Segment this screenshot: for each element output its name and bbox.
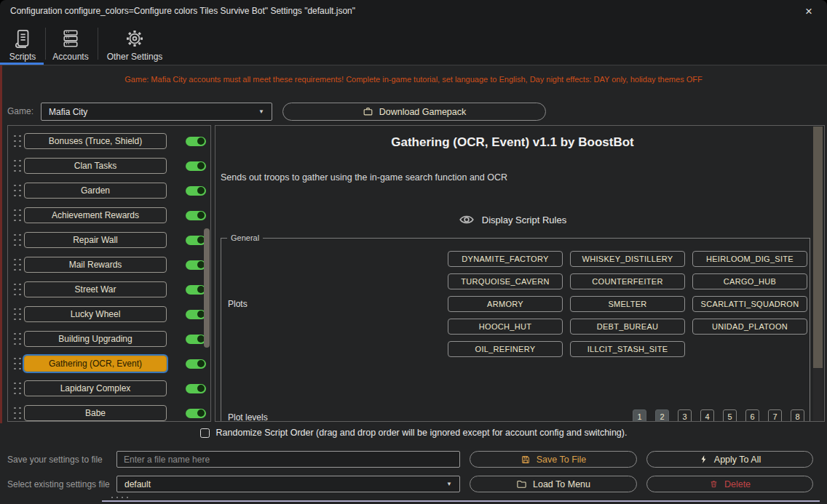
drag-handle-icon[interactable]	[14, 308, 21, 321]
drag-handle-icon[interactable]	[14, 284, 21, 296]
download-gamepack-button[interactable]: Download Gamepack	[282, 103, 546, 121]
chevron-down-icon: ▼	[446, 481, 452, 487]
plot-button[interactable]: SMELTER	[570, 296, 685, 312]
content-area: Game: Mafia City accounts must all meet …	[0, 65, 827, 504]
drag-handle-icon[interactable]	[14, 234, 21, 247]
apply-to-all-button[interactable]: Apply To All	[646, 451, 813, 468]
save-to-file-button[interactable]: Save To File	[470, 451, 637, 468]
script-toggle[interactable]	[186, 310, 206, 319]
script-button[interactable]: Gathering (OCR, Event)	[24, 356, 167, 372]
plot-button[interactable]: HEIRLOOM_DIG_SITE	[692, 251, 807, 267]
drag-handle-icon[interactable]	[14, 259, 21, 271]
script-toggle[interactable]	[186, 335, 206, 344]
drag-handle-icon[interactable]	[14, 185, 21, 197]
script-toggle[interactable]	[186, 260, 206, 270]
save-icon	[521, 455, 531, 465]
chevron-down-icon: ▼	[258, 108, 264, 115]
plot-button[interactable]: TURQUOISE_CAVERN	[448, 273, 563, 289]
script-list-panel: Bonuses (Truce, Shield) Clan Tasks Garde…	[7, 125, 211, 422]
script-toggle[interactable]	[186, 359, 206, 369]
left-edge-strip	[0, 65, 2, 423]
plot-levels-label: Plot levels	[228, 412, 268, 422]
plot-level-button[interactable]: 1	[633, 409, 646, 422]
plot-level-button[interactable]: 4	[700, 409, 714, 422]
plot-button[interactable]: ARMORY	[448, 296, 563, 312]
script-button[interactable]: Lucky Wheel	[24, 306, 167, 322]
script-list-scrollbar[interactable]	[204, 228, 210, 348]
script-row: Bonuses (Truce, Shield)	[8, 129, 210, 153]
script-toggle[interactable]	[186, 236, 206, 245]
script-toggle[interactable]	[186, 285, 206, 295]
settings-file-select[interactable]: default ▼	[116, 476, 460, 492]
trash-icon	[709, 479, 719, 489]
script-row: Mail Rewards	[8, 252, 210, 277]
plot-button[interactable]: UNIDAD_PLATOON	[692, 319, 807, 335]
plot-button[interactable]: COUNTERFEITER	[570, 273, 685, 289]
script-settings-panel: Gathering (OCR, Event) v1.1 by BoostBot …	[215, 125, 825, 422]
script-button[interactable]: Garden	[24, 183, 167, 199]
game-select[interactable]: Mafia City ▼	[41, 103, 272, 121]
randomize-row: Randomize Script Order (drag and drop or…	[0, 426, 827, 439]
filename-input[interactable]	[116, 451, 460, 468]
save-settings-label: Save your settings to file	[7, 455, 103, 465]
plot-button[interactable]: OIL_REFINERY	[448, 341, 563, 357]
gear-icon	[124, 28, 146, 49]
plot-button[interactable]: DYNAMITE_FACTORY	[448, 251, 563, 267]
script-toggle[interactable]	[186, 161, 206, 171]
close-icon[interactable]: ×	[798, 2, 820, 20]
plot-level-button[interactable]: 7	[768, 409, 782, 422]
tabbar: Scripts Accounts	[0, 22, 827, 65]
script-button[interactable]: Lapidary Complex	[24, 380, 167, 396]
plot-button[interactable]: CARGO_HUB	[692, 273, 807, 289]
script-toggle[interactable]	[186, 211, 206, 220]
general-legend: General	[227, 233, 263, 242]
drag-handle-icon[interactable]	[14, 333, 21, 345]
script-toggle[interactable]	[186, 409, 206, 418]
script-button[interactable]: Bonuses (Truce, Shield)	[24, 133, 167, 149]
tab-scripts-label: Scripts	[9, 52, 36, 62]
script-button[interactable]: Street War	[24, 281, 167, 297]
briefcase-icon	[363, 106, 373, 117]
display-script-rules[interactable]: Display Script Rules	[215, 212, 810, 228]
script-button[interactable]: Repair Wall	[24, 232, 167, 248]
plot-button[interactable]: ILLCIT_STASH_SITE	[570, 341, 685, 357]
panel-scrollbar-thumb[interactable]	[813, 127, 823, 368]
plot-level-button[interactable]: 5	[723, 409, 737, 422]
script-button[interactable]: Building Upgrading	[24, 331, 167, 347]
plot-level-row: 1 2 3 4 5 6 7 8	[633, 409, 804, 422]
script-button[interactable]: Achievement Rewards	[24, 207, 167, 223]
drag-handle-icon[interactable]	[14, 209, 21, 222]
script-row: Lapidary Complex	[8, 376, 210, 401]
plot-button[interactable]: HOOCH_HUT	[448, 319, 563, 335]
plot-level-button[interactable]: 3	[678, 409, 692, 422]
script-toggle[interactable]	[186, 137, 206, 146]
delete-button[interactable]: Delete	[646, 476, 813, 492]
game-label: Game:	[7, 106, 33, 116]
drag-handle-icon[interactable]	[14, 135, 21, 148]
plot-button[interactable]: WHISKEY_DISTILLERY	[570, 251, 685, 267]
tab-separator	[98, 28, 98, 60]
script-button[interactable]: Clan Tasks	[24, 158, 167, 174]
plot-level-button[interactable]: 6	[745, 409, 759, 422]
plot-level-button[interactable]: 2	[655, 409, 669, 422]
plot-button[interactable]: SCARLATTI_SQUADRON	[692, 296, 807, 312]
drag-handle-icon[interactable]	[14, 407, 21, 420]
drag-handle-icon[interactable]	[14, 160, 21, 172]
script-button[interactable]: Mail Rewards	[24, 257, 167, 273]
script-row: Repair Wall	[8, 228, 210, 252]
drag-handle-icon[interactable]	[14, 383, 21, 395]
panel-scrollbar[interactable]	[813, 127, 823, 421]
script-row: Achievement Rewards	[8, 203, 210, 228]
plot-level-button[interactable]: 8	[791, 409, 804, 422]
drag-handle-icon[interactable]	[14, 358, 21, 370]
script-toggle[interactable]	[186, 186, 206, 196]
script-row: Building Upgrading	[8, 327, 210, 351]
plot-button[interactable]: DEBT_BUREAU	[570, 319, 685, 335]
randomize-checkbox[interactable]	[200, 428, 210, 438]
load-to-menu-button[interactable]: Load To Menu	[470, 476, 637, 492]
script-button[interactable]: Babe	[24, 405, 167, 421]
eye-icon	[459, 212, 475, 228]
lightning-icon	[699, 455, 708, 464]
game-select-value: Mafia City	[49, 107, 87, 117]
script-toggle[interactable]	[186, 384, 206, 393]
